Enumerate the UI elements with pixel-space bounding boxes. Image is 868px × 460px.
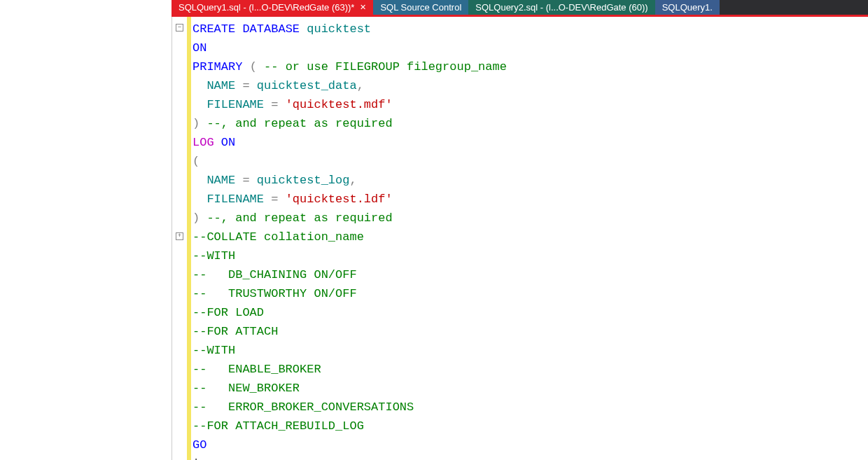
tab-sql-source-control[interactable]: SQL Source Control <box>373 0 468 15</box>
code-line: -- ENABLE_BROKER <box>192 360 868 379</box>
code-line: --FOR ATTACH_REBUILD_LOG <box>192 417 868 435</box>
code-line: ( <box>192 152 868 171</box>
tab-sqlquery1[interactable]: SQLQuery1.sql - (l...O-DEV\RedGate (63))… <box>172 0 373 15</box>
code-line: -- ERROR_BROKER_CONVERSATIONS <box>192 398 868 417</box>
tab-label: SQLQuery2.sql - (l...O-DEV\RedGate (60)) <box>475 2 648 13</box>
code-line: -- DB_CHAINING ON/OFF <box>192 265 868 284</box>
code-line: FILENAME = 'quicktest.ldf' <box>192 190 868 209</box>
fold-toggle-icon[interactable]: − <box>176 24 183 32</box>
code-line: NAME = quicktest_log, <box>192 171 868 190</box>
tab-label: SQLQuery1.sql - (l...O-DEV\RedGate (63))… <box>178 2 354 13</box>
code-line: LOG ON <box>192 133 868 152</box>
fold-toggle-icon[interactable]: + <box>176 232 183 240</box>
editor-window: SQLQuery1.sql - (l...O-DEV\RedGate (63))… <box>0 0 868 460</box>
code-line: ) --, and repeat as required <box>192 209 868 228</box>
code-line: GO <box>192 435 868 454</box>
code-line: NAME = quicktest_data, <box>192 76 868 95</box>
tab-bar: SQLQuery1.sql - (l...O-DEV\RedGate (63))… <box>172 0 868 15</box>
code-editor[interactable]: CREATE DATABASE quicktest ON PRIMARY ( -… <box>191 17 868 460</box>
close-icon[interactable]: ✕ <box>360 3 366 12</box>
code-line: | <box>192 454 868 460</box>
fold-gutter: − + <box>172 17 187 460</box>
code-line: --WITH <box>192 341 868 360</box>
code-line: --WITH <box>192 246 868 265</box>
tab-label: SQLQuery1. <box>662 2 713 13</box>
code-line: --FOR LOAD <box>192 303 868 322</box>
code-line: ON <box>192 39 868 57</box>
code-line: FILENAME = 'quicktest.mdf' <box>192 95 868 114</box>
code-line: -- NEW_BROKER <box>192 379 868 398</box>
code-line: CREATE DATABASE quicktest <box>192 20 868 39</box>
editor-area: − + CREATE DATABASE quicktest ON PRIMARY… <box>172 15 868 460</box>
code-line: --COLLATE collation_name <box>192 228 868 246</box>
code-line: -- TRUSTWORTHY ON/OFF <box>192 284 868 303</box>
code-line: PRIMARY ( -- or use FILEGROUP filegroup_… <box>192 57 868 76</box>
code-line: ) --, and repeat as required <box>192 114 868 133</box>
tab-label: SQL Source Control <box>380 2 461 13</box>
code-line: --FOR ATTACH <box>192 322 868 341</box>
tab-sqlquery2[interactable]: SQLQuery2.sql - (l...O-DEV\RedGate (60)) <box>468 0 654 15</box>
tab-sqlquery1b[interactable]: SQLQuery1. <box>655 0 720 15</box>
